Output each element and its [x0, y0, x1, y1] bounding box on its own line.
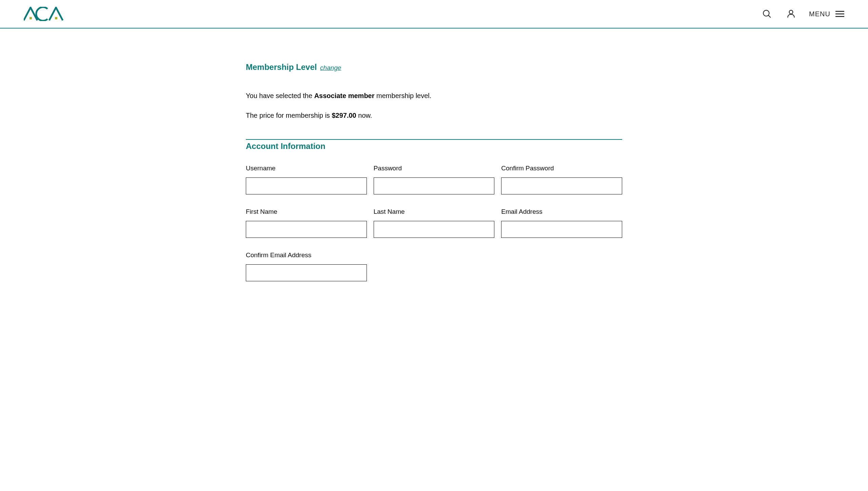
search-icon — [763, 10, 771, 18]
membership-level-heading: Membership Level change — [246, 62, 622, 72]
price-value: $297.00 — [332, 112, 356, 119]
main-content: Membership Level change You have selecte… — [246, 29, 622, 302]
email-group: Email Address — [501, 208, 622, 238]
search-button[interactable] — [761, 8, 773, 20]
menu-button[interactable]: MENU — [809, 10, 844, 18]
user-icon — [787, 10, 795, 18]
password-group: Password — [374, 165, 495, 194]
svg-rect-0 — [29, 17, 32, 19]
selected-level-name: Associate member — [314, 92, 375, 99]
last-name-group: Last Name — [374, 208, 495, 238]
last-name-label: Last Name — [374, 208, 495, 215]
last-name-field[interactable] — [374, 221, 495, 238]
confirm-email-group: Confirm Email Address — [246, 251, 367, 281]
account-form: Username Password Confirm Password First… — [246, 165, 622, 281]
password-field[interactable] — [374, 177, 495, 194]
membership-heading-text: Membership Level — [246, 62, 317, 72]
header-actions: MENU — [761, 8, 844, 20]
aca-logo-icon — [24, 7, 73, 21]
confirm-email-field[interactable] — [246, 264, 367, 281]
confirm-password-field[interactable] — [501, 177, 622, 194]
menu-label: MENU — [809, 10, 830, 18]
change-level-link[interactable]: change — [320, 64, 341, 71]
first-name-group: First Name — [246, 208, 367, 238]
selected-level-text: You have selected the Associate member m… — [246, 91, 622, 101]
account-info-heading: Account Information — [246, 139, 622, 151]
svg-line-3 — [768, 15, 771, 18]
username-group: Username — [246, 165, 367, 194]
username-label: Username — [246, 165, 367, 172]
account-button[interactable] — [785, 8, 797, 20]
hamburger-icon — [835, 11, 844, 17]
first-name-label: First Name — [246, 208, 367, 215]
site-header: MENU — [0, 0, 868, 29]
logo[interactable] — [24, 7, 73, 21]
password-label: Password — [374, 165, 495, 172]
email-label: Email Address — [501, 208, 622, 215]
svg-point-2 — [763, 10, 769, 16]
svg-rect-1 — [55, 17, 57, 19]
price-text: The price for membership is $297.00 now. — [246, 110, 622, 120]
username-field[interactable] — [246, 177, 367, 194]
confirm-email-label: Confirm Email Address — [246, 251, 367, 259]
confirm-password-label: Confirm Password — [501, 165, 622, 172]
confirm-password-group: Confirm Password — [501, 165, 622, 194]
first-name-field[interactable] — [246, 221, 367, 238]
svg-point-4 — [789, 10, 793, 14]
email-field[interactable] — [501, 221, 622, 238]
